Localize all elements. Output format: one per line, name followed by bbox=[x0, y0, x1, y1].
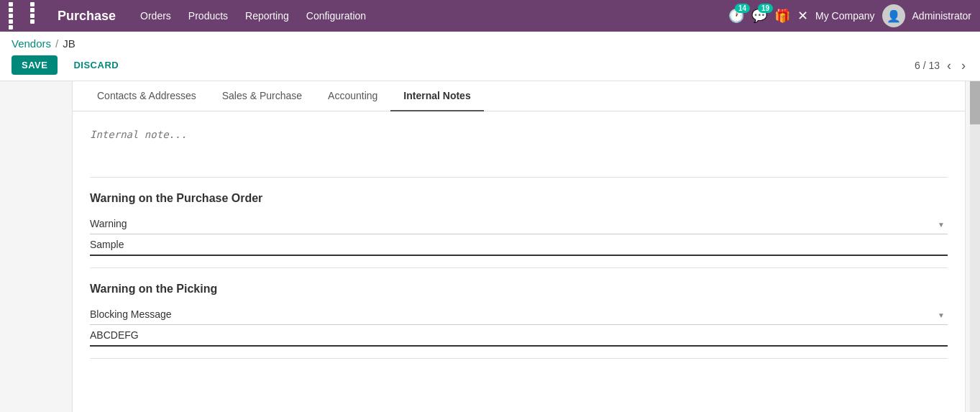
top-bar: Vendors / JB SAVE DISCARD 6 / 13 ‹ › bbox=[0, 32, 980, 81]
divider-3 bbox=[90, 358, 948, 359]
internal-note-input[interactable] bbox=[90, 123, 948, 169]
discard-button[interactable]: DISCARD bbox=[63, 55, 129, 75]
messages-icon[interactable]: 💬 19 bbox=[751, 8, 767, 24]
warning-picking-section: Warning on the Picking No Message Warnin… bbox=[90, 283, 948, 347]
nav-products[interactable]: Products bbox=[181, 6, 235, 26]
tab-accounting[interactable]: Accounting bbox=[315, 81, 390, 111]
main-nav: Orders Products Reporting Configuration bbox=[133, 6, 728, 26]
navbar-right: 🕐 14 💬 19 🎁 ✕ My Company 👤 Administrator bbox=[728, 4, 971, 27]
warning-purchase-order-select[interactable]: No Message Warning Blocking Message bbox=[90, 214, 948, 234]
pager-next-button[interactable]: › bbox=[958, 58, 968, 73]
warning-purchase-order-select-wrapper: No Message Warning Blocking Message bbox=[90, 214, 948, 234]
nav-configuration[interactable]: Configuration bbox=[299, 6, 373, 26]
grid-menu-icon[interactable] bbox=[9, 2, 50, 29]
pager-prev-button[interactable]: ‹ bbox=[944, 58, 954, 73]
gift-icon[interactable]: 🎁 bbox=[774, 8, 790, 24]
activity-badge: 14 bbox=[735, 4, 750, 13]
warning-picking-title: Warning on the Picking bbox=[90, 283, 948, 296]
toolbar: SAVE DISCARD 6 / 13 ‹ › bbox=[12, 55, 968, 75]
right-spacer bbox=[966, 81, 980, 412]
tab-contacts[interactable]: Contacts & Addresses bbox=[84, 81, 209, 111]
breadcrumb-separator: / bbox=[55, 37, 58, 50]
avatar[interactable]: 👤 bbox=[882, 4, 905, 27]
pager: 6 / 13 ‹ › bbox=[915, 58, 968, 73]
form-section: Warning on the Purchase Order No Message… bbox=[73, 111, 965, 385]
breadcrumb-current: JB bbox=[63, 37, 75, 50]
warning-picking-select[interactable]: No Message Warning Blocking Message bbox=[90, 304, 948, 325]
username[interactable]: Administrator bbox=[912, 10, 971, 22]
scrollbar-track bbox=[970, 81, 980, 412]
divider-1 bbox=[90, 177, 948, 178]
content-main: Contacts & Addresses Sales & Purchase Ac… bbox=[72, 81, 966, 412]
warning-purchase-order-text[interactable] bbox=[90, 234, 948, 256]
warning-purchase-order-title: Warning on the Purchase Order bbox=[90, 192, 948, 205]
breadcrumb: Vendors / JB bbox=[12, 37, 968, 50]
warning-picking-select-wrapper: No Message Warning Blocking Message bbox=[90, 304, 948, 325]
nav-reporting[interactable]: Reporting bbox=[238, 6, 296, 26]
tab-sales-purchase[interactable]: Sales & Purchase bbox=[209, 81, 315, 111]
warning-purchase-order-section: Warning on the Purchase Order No Message… bbox=[90, 192, 948, 256]
scrollbar-thumb[interactable] bbox=[970, 81, 980, 124]
save-button[interactable]: SAVE bbox=[12, 55, 58, 75]
tab-internal-notes[interactable]: Internal Notes bbox=[390, 81, 483, 111]
content-wrapper: Contacts & Addresses Sales & Purchase Ac… bbox=[0, 81, 980, 412]
activity-icon[interactable]: 🕐 14 bbox=[728, 8, 744, 24]
pager-text: 6 / 13 bbox=[915, 60, 940, 71]
company-name[interactable]: My Company bbox=[815, 10, 874, 22]
messages-badge: 19 bbox=[758, 4, 773, 13]
warning-picking-text[interactable] bbox=[90, 325, 948, 347]
breadcrumb-parent[interactable]: Vendors bbox=[12, 37, 51, 50]
nav-orders[interactable]: Orders bbox=[133, 6, 178, 26]
navbar: Purchase Orders Products Reporting Confi… bbox=[0, 0, 980, 32]
divider-2 bbox=[90, 267, 948, 268]
tab-bar: Contacts & Addresses Sales & Purchase Ac… bbox=[73, 81, 965, 111]
left-spacer bbox=[0, 81, 72, 412]
settings-icon[interactable]: ✕ bbox=[797, 8, 808, 24]
app-brand: Purchase bbox=[58, 9, 116, 24]
